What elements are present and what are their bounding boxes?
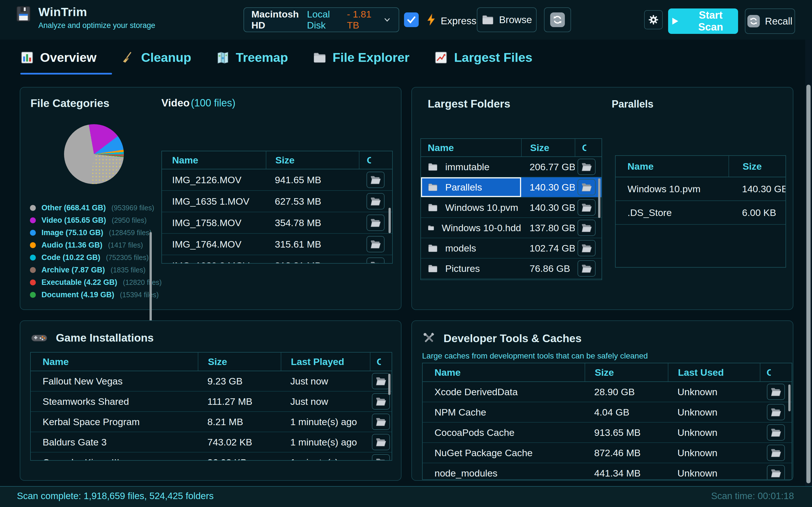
dev-tools-scrollbar[interactable] <box>788 385 791 411</box>
open-folder-button[interactable] <box>577 159 596 175</box>
column-header-open[interactable]: Open <box>760 363 792 381</box>
table-row[interactable]: Baldurs Gate 3 743.02 KB 1 minute(s) ago <box>31 432 392 453</box>
table-row[interactable]: Xcode DerivedData 28.90 GB Unknown <box>423 382 792 402</box>
tab-overview[interactable]: Overview <box>20 50 97 65</box>
game-last-played-cell: Just now <box>281 396 370 407</box>
column-header-name[interactable]: Name <box>423 363 584 381</box>
legend-item[interactable]: Image (75.10 GB) (128459 files) <box>30 226 162 239</box>
column-header-size[interactable]: Size <box>729 156 786 177</box>
legend-count: (1417 files) <box>108 241 143 249</box>
open-folder-button[interactable] <box>367 172 385 188</box>
express-checkbox[interactable] <box>404 12 419 27</box>
open-folder-button[interactable] <box>577 199 596 216</box>
games-table-scrollbar[interactable] <box>388 374 390 395</box>
open-folder-button[interactable] <box>367 215 385 231</box>
open-folder-button[interactable] <box>767 384 785 400</box>
tab-largest-files[interactable]: Largest Files <box>434 50 533 65</box>
open-folder-button[interactable] <box>372 434 390 450</box>
open-folder-icon <box>770 406 782 418</box>
open-folder-button[interactable] <box>372 454 390 461</box>
recall-button[interactable]: Recall <box>745 8 795 34</box>
column-header-open[interactable]: Open <box>575 139 602 156</box>
table-row[interactable]: IMG_1758.MOV 354.78 MB <box>162 212 392 234</box>
column-header-name[interactable]: Name <box>162 151 266 169</box>
open-folder-button[interactable] <box>767 445 785 461</box>
table-row[interactable]: IMG_1635 1.MOV 627.53 MB <box>162 191 392 212</box>
column-header-open[interactable]: Open <box>370 352 392 371</box>
table-row[interactable]: IMG_1764.MOV 315.61 MB <box>162 234 392 255</box>
column-header-open[interactable]: Open <box>359 151 392 169</box>
table-row-selected[interactable]: Parallels 140.30 GB <box>421 177 602 198</box>
recall-label: Recall <box>765 15 792 27</box>
chevron-down-icon <box>383 14 391 25</box>
refresh-button[interactable] <box>544 7 571 32</box>
table-row[interactable]: Fallout New Vegas 9.23 GB Just now <box>31 371 392 392</box>
table-row[interactable]: Windows 10.pvm 140.30 GB <box>421 198 602 218</box>
table-row[interactable]: Crusader Kings III 36.02 KB 1 minute(s) … <box>31 453 392 461</box>
table-row[interactable]: Steamworks Shared 111.27 MB Just now <box>31 392 392 412</box>
table-row[interactable]: node_modules 441.34 MB Unknown <box>423 463 792 480</box>
legend-item[interactable]: Other (668.41 GB) (953969 files) <box>30 202 162 214</box>
game-name-cell: Crusader Kings III <box>31 457 198 461</box>
open-folder-button[interactable] <box>577 179 596 195</box>
open-folder-button[interactable] <box>767 424 785 441</box>
column-header-size[interactable]: Size <box>198 352 281 371</box>
folder-size-cell: 137.80 GB <box>521 222 575 233</box>
table-row[interactable]: models 102.74 GB <box>421 238 602 259</box>
tab-cleanup[interactable]: Cleanup <box>121 50 191 65</box>
table-row[interactable]: Pictures 76.86 GB <box>421 259 602 279</box>
table-row[interactable]: IMG_2126.MOV 941.65 MB <box>162 169 392 191</box>
legend-label: Video (165.65 GB) <box>42 216 106 225</box>
column-header-name[interactable]: Name <box>421 139 521 156</box>
legend-item[interactable]: Code (10.22 GB) (752305 files) <box>30 251 162 264</box>
open-folder-button[interactable] <box>372 373 390 389</box>
file-categories-pie-chart[interactable] <box>64 124 124 184</box>
legend-item[interactable]: Archive (7.87 GB) (1835 files) <box>30 264 162 276</box>
table-row[interactable]: CocoaPods Cache 913.65 MB Unknown <box>423 422 792 443</box>
table-row[interactable]: immutable 206.77 GB <box>421 157 602 177</box>
open-folder-button[interactable] <box>577 260 596 277</box>
table-row[interactable]: .DS_Store 6.00 KB <box>616 201 786 225</box>
open-folder-button[interactable] <box>577 240 596 256</box>
table-row[interactable]: NuGet Package Cache 872.46 MB Unknown <box>423 443 792 463</box>
check-icon <box>406 14 417 25</box>
column-header-size[interactable]: Size <box>584 363 668 381</box>
legend-item[interactable]: Video (165.65 GB) (2950 files) <box>30 214 162 226</box>
column-header-size[interactable]: Size <box>521 139 575 156</box>
open-folder-button[interactable] <box>372 393 390 410</box>
column-header-last-used[interactable]: Last Used <box>668 363 760 381</box>
legend-item[interactable]: Audio (11.36 GB) (1417 files) <box>30 239 162 251</box>
settings-button[interactable] <box>644 10 663 30</box>
drive-select[interactable]: Macintosh HD Local Disk - 1.81 TB <box>244 7 399 32</box>
largest-folders-scrollbar[interactable] <box>598 178 601 218</box>
open-folder-button[interactable] <box>767 404 785 420</box>
column-header-name[interactable]: Name <box>31 352 198 371</box>
window-scrollbar-thumb[interactable] <box>806 85 811 483</box>
column-header-size[interactable]: Size <box>266 151 359 169</box>
table-row[interactable]: Kerbal Space Program 8.21 MB 1 minute(s)… <box>31 412 392 432</box>
open-folder-button[interactable] <box>367 236 385 252</box>
chart-up-icon <box>434 51 448 64</box>
column-header-last-played[interactable]: Last Played <box>281 352 370 371</box>
open-folder-icon <box>770 467 782 479</box>
legend-item[interactable]: Document (4.19 GB) (15394 files) <box>30 288 162 301</box>
legend-item[interactable]: Executable (4.22 GB) (12820 files) <box>30 276 162 288</box>
game-name-cell: Steamworks Shared <box>31 396 198 407</box>
table-row[interactable]: Windows 10.pvm 140.30 GB <box>616 177 786 201</box>
tab-file-explorer[interactable]: File Explorer <box>313 50 410 65</box>
open-folder-button[interactable] <box>367 193 385 210</box>
video-table-scrollbar[interactable] <box>388 208 391 233</box>
open-folder-button[interactable] <box>372 413 390 430</box>
open-folder-button[interactable] <box>577 220 596 236</box>
table-row[interactable]: NPM Cache 4.04 GB Unknown <box>423 402 792 422</box>
open-folder-icon <box>581 263 592 274</box>
table-row[interactable]: IMG_1939 2.MOV 313.31 MB <box>162 255 392 264</box>
table-row[interactable]: Windows 10-0.hdd 137.80 GB <box>421 218 602 238</box>
open-folder-button[interactable] <box>367 258 385 264</box>
column-header-name[interactable]: Name <box>616 156 729 177</box>
browse-button[interactable]: Browse <box>477 7 537 32</box>
open-folder-button[interactable] <box>767 465 785 480</box>
top-bar: WinTrim Analyze and optimize your storag… <box>0 0 812 40</box>
start-scan-button[interactable]: Start Scan <box>668 8 738 34</box>
tab-treemap[interactable]: Treemap <box>216 50 288 65</box>
